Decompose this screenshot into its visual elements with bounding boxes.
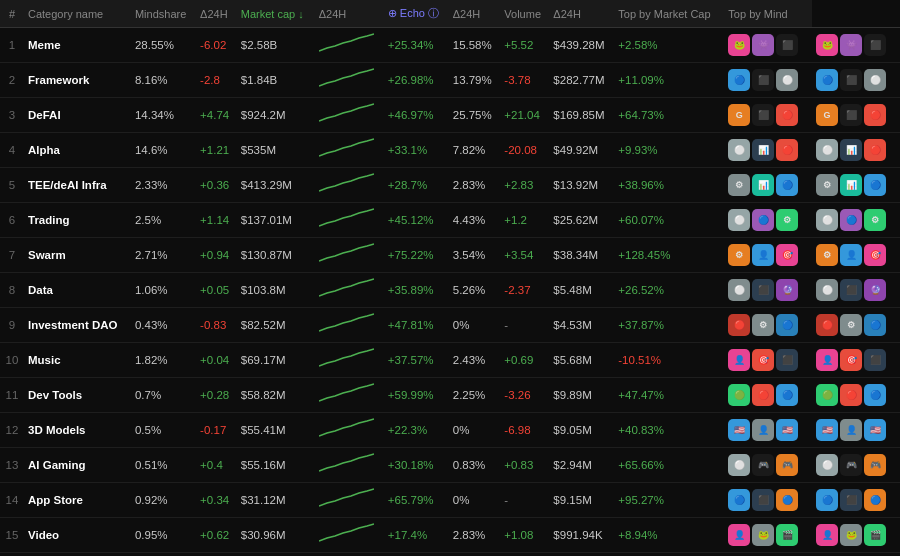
row-top-mind-avatars: ⚙👤🎯 <box>812 238 900 273</box>
row-top-mind-avatars: 🇺🇸👤🇺🇸 <box>812 413 900 448</box>
row-volume: $5.68M <box>549 343 614 378</box>
row-vol-delta: +128.45% <box>614 238 724 273</box>
row-mindshare: 14.6% <box>131 133 196 168</box>
row-mindshare: 1.06% <box>131 273 196 308</box>
col-header-num: # <box>0 0 24 28</box>
row-echo: 2.25% <box>449 553 501 557</box>
col-header-volume[interactable]: Volume <box>500 0 549 28</box>
row-vol-delta: +47.47% <box>614 378 724 413</box>
row-num: 12 <box>0 413 24 448</box>
col-header-marketcap[interactable]: Market cap ↓ <box>237 0 315 28</box>
row-volume: $38.34M <box>549 238 614 273</box>
table-row[interactable]: 5 TEE/deAI Infra 2.33% +0.36 $413.29M +2… <box>0 168 900 203</box>
row-category-name: Swarm <box>24 238 131 273</box>
table-row[interactable]: 9 Investment DAO 0.43% -0.83 $82.52M +47… <box>0 308 900 343</box>
row-market-chart <box>315 553 384 557</box>
row-top-market-avatars: ⚙👤🎯 <box>724 238 812 273</box>
row-volume: $991.94K <box>549 518 614 553</box>
row-vol-delta: +37.87% <box>614 308 724 343</box>
row-category-name: Investment DAO <box>24 308 131 343</box>
row-num: 1 <box>0 28 24 63</box>
table-row[interactable]: 10 Music 1.82% +0.04 $69.17M +37.57% 2.4… <box>0 343 900 378</box>
row-category-name: App Store <box>24 483 131 518</box>
row-num: 3 <box>0 98 24 133</box>
table-row[interactable]: 16 Launchpad 0.22% -0.25 $29.7M +52.03% … <box>0 553 900 557</box>
row-echo: 0.83% <box>449 448 501 483</box>
col-header-mind-delta[interactable]: Δ24H <box>196 0 237 28</box>
row-mindshare: 0.92% <box>131 483 196 518</box>
row-num: 11 <box>0 378 24 413</box>
table-row[interactable]: 13 AI Gaming 0.51% +0.4 $55.16M +30.18% … <box>0 448 900 483</box>
row-echo-delta: -3.78 <box>500 63 549 98</box>
row-market-cap: $29.7M <box>237 553 315 557</box>
table-row[interactable]: 4 Alpha 14.6% +1.21 $535M +33.1% 7.82% -… <box>0 133 900 168</box>
row-volume: $3.68M <box>549 553 614 557</box>
table-row[interactable]: 2 Framework 8.16% -2.8 $1.84B +26.98% 13… <box>0 63 900 98</box>
row-top-market-avatars: ⚪🔵⚙ <box>724 203 812 238</box>
table-row[interactable]: 6 Trading 2.5% +1.14 $137.01M +45.12% 4.… <box>0 203 900 238</box>
row-num: 6 <box>0 203 24 238</box>
table-row[interactable]: 14 App Store 0.92% +0.34 $31.12M +65.79%… <box>0 483 900 518</box>
row-market-chart <box>315 203 384 238</box>
row-echo: 5.26% <box>449 273 501 308</box>
row-vol-delta: -10.51% <box>614 343 724 378</box>
row-market-delta: +35.89% <box>384 273 449 308</box>
table-row[interactable]: 3 DeFAI 14.34% +4.74 $924.2M +46.97% 25.… <box>0 98 900 133</box>
row-volume: $2.94M <box>549 448 614 483</box>
col-header-name[interactable]: Category name <box>24 0 131 28</box>
row-mindshare: 2.71% <box>131 238 196 273</box>
row-echo-delta: - <box>500 308 549 343</box>
row-market-cap: $413.29M <box>237 168 315 203</box>
col-header-echo-delta[interactable]: Δ24H <box>449 0 501 28</box>
row-market-cap: $55.16M <box>237 448 315 483</box>
row-echo-delta: +1.08 <box>500 518 549 553</box>
row-market-delta: +37.57% <box>384 343 449 378</box>
row-top-mind-avatars: ⚪📊🔴 <box>812 133 900 168</box>
row-mind-delta: -6.02 <box>196 28 237 63</box>
row-vol-delta: +11.09% <box>614 63 724 98</box>
row-top-market-avatars: 🟢🔴🔵 <box>724 378 812 413</box>
row-top-mind-avatars: 🟢🔴🔵 <box>812 378 900 413</box>
table-row[interactable]: 7 Swarm 2.71% +0.94 $130.87M +75.22% 3.5… <box>0 238 900 273</box>
row-market-delta: +59.99% <box>384 378 449 413</box>
row-mind-delta: +1.21 <box>196 133 237 168</box>
row-num: 9 <box>0 308 24 343</box>
row-mindshare: 8.16% <box>131 63 196 98</box>
row-mind-delta: -0.17 <box>196 413 237 448</box>
row-mindshare: 0.95% <box>131 518 196 553</box>
row-top-market-avatars: G⬛🔴 <box>724 98 812 133</box>
row-mind-delta: -0.25 <box>196 553 237 557</box>
row-num: 8 <box>0 273 24 308</box>
col-header-mindshare[interactable]: Mindshare <box>131 0 196 28</box>
row-category-name: AI Gaming <box>24 448 131 483</box>
row-market-cap: $31.12M <box>237 483 315 518</box>
row-market-chart <box>315 273 384 308</box>
row-market-chart <box>315 168 384 203</box>
row-top-mind-avatars: ⚪⬛🔮 <box>812 273 900 308</box>
row-category-name: Launchpad <box>24 553 131 557</box>
col-header-vol-delta[interactable]: Δ24H <box>549 0 614 28</box>
row-mindshare: 0.22% <box>131 553 196 557</box>
row-vol-delta: +65.66% <box>614 448 724 483</box>
table-row[interactable]: 11 Dev Tools 0.7% +0.28 $58.82M +59.99% … <box>0 378 900 413</box>
row-echo: 2.25% <box>449 378 501 413</box>
row-category-name: Music <box>24 343 131 378</box>
row-market-delta: +30.18% <box>384 448 449 483</box>
row-num: 15 <box>0 518 24 553</box>
row-market-delta: +22.3% <box>384 413 449 448</box>
col-header-echo[interactable]: ⊕ Echo ⓘ <box>384 0 449 28</box>
row-echo-delta: +5.52 <box>500 28 549 63</box>
row-top-mind-avatars: 💻🖥💻 <box>812 553 900 557</box>
row-market-delta: +17.4% <box>384 518 449 553</box>
row-echo: 4.43% <box>449 203 501 238</box>
row-echo-delta: +2.25 <box>500 553 549 557</box>
row-market-cap: $137.01M <box>237 203 315 238</box>
col-header-market-delta[interactable]: Δ24H <box>315 0 384 28</box>
row-market-cap: $58.82M <box>237 378 315 413</box>
row-mind-delta: +0.04 <box>196 343 237 378</box>
table-row[interactable]: 12 3D Models 0.5% -0.17 $55.41M +22.3% 0… <box>0 413 900 448</box>
table-row[interactable]: 15 Video 0.95% +0.62 $30.96M +17.4% 2.83… <box>0 518 900 553</box>
table-row[interactable]: 8 Data 1.06% +0.05 $103.8M +35.89% 5.26%… <box>0 273 900 308</box>
table-row[interactable]: 1 Meme 28.55% -6.02 $2.58B +25.34% 15.58… <box>0 28 900 63</box>
row-market-chart <box>315 63 384 98</box>
